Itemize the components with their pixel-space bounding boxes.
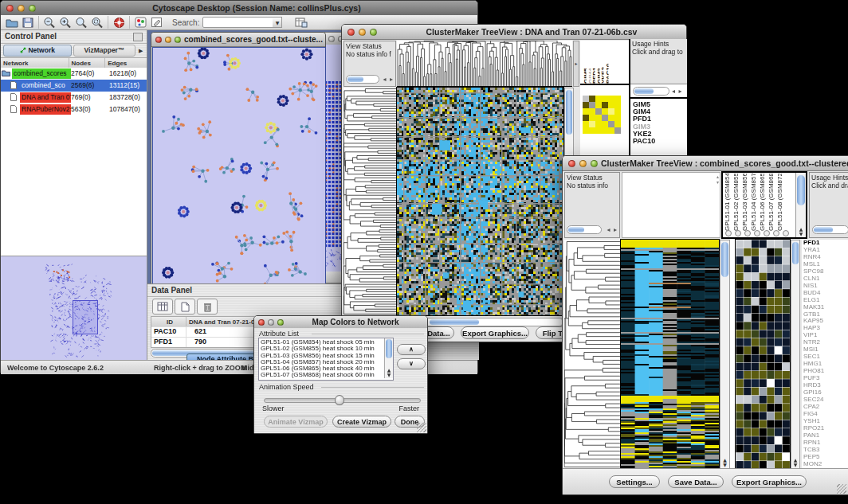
network-row[interactable]: DNA and Tran 07769(0)183728(0) — [1, 92, 147, 104]
tv2-hints-scrollbar[interactable] — [812, 225, 848, 234]
zoom-window-icon[interactable] — [591, 160, 598, 167]
array-label: GPL51-06 (GSM865) — [759, 174, 768, 231]
tv1-hints-scroll-arrows[interactable]: ◂ ▸ — [672, 88, 683, 95]
main-titlebar[interactable]: Cytoscape Desktop (Session Name: collins… — [1, 1, 477, 16]
tv1-column-dendrogram[interactable] — [397, 41, 572, 87]
tv2-labels-vscrollbar[interactable]: ▲▼ — [795, 173, 806, 237]
column-header-nodes[interactable]: Nodes — [69, 58, 106, 68]
search-input[interactable] — [202, 17, 276, 28]
column-header-network[interactable]: Network — [1, 58, 69, 68]
tv2-zoom-heatmap[interactable] — [736, 240, 790, 469]
close-icon[interactable] — [258, 319, 265, 326]
resize-grip[interactable] — [417, 423, 426, 432]
attribute-listbox[interactable]: GPL51-01 (GSM854) heat shock 05 minGPL51… — [258, 338, 394, 381]
tv1-row-dendrogram[interactable] — [344, 88, 396, 315]
move-down-button[interactable]: ∨ — [397, 358, 426, 369]
tv2-status-scroll-arrows[interactable]: ◂ ▸ — [607, 226, 618, 233]
tv1-hints-scrollbar[interactable] — [633, 87, 669, 96]
network-row[interactable]: RNAPuberNov2+563(0)107847(0) — [1, 104, 147, 115]
dialog-titlebar[interactable]: Map Colors to Network — [254, 316, 427, 329]
zoom-window-icon[interactable] — [370, 29, 377, 36]
create-vizmapbutton[interactable]: Create Vizmap — [332, 416, 391, 428]
annotation-icon[interactable] — [148, 15, 164, 29]
save-icon[interactable] — [20, 15, 36, 29]
mini-heatmap-cell — [595, 96, 602, 102]
tv1-mini-heatmap[interactable] — [583, 96, 621, 134]
zoom-in-icon[interactable] — [57, 15, 73, 29]
close-icon[interactable] — [568, 160, 575, 167]
tv2-zoom-vscrollbar[interactable]: ▲▼ — [791, 240, 800, 469]
minimize-icon[interactable] — [18, 5, 25, 12]
tab-vizmapper[interactable]: VizMapper™ — [73, 45, 135, 57]
attribute-list-vscrollbar[interactable]: ▲▼ — [384, 338, 393, 378]
vizmapper-icon[interactable] — [132, 15, 148, 29]
dialog-title: Map Colors to Network — [284, 318, 427, 326]
help-icon[interactable] — [111, 15, 127, 29]
array-label: YKE2 — [599, 41, 604, 84]
tab-overflow-icon[interactable]: ▶ — [139, 48, 143, 54]
mini-heatmap-cell — [589, 121, 595, 127]
slider-thumb[interactable] — [335, 395, 344, 405]
minimize-icon[interactable] — [268, 319, 274, 326]
column-marker-dot — [735, 230, 741, 236]
new-attribute-icon[interactable] — [175, 299, 195, 315]
attr-value: 621 — [186, 327, 206, 337]
minimize-icon[interactable] — [165, 37, 171, 43]
tv1-status-scrollbar[interactable] — [346, 75, 379, 84]
network-name: combined_sco — [20, 80, 71, 91]
minimize-icon[interactable] — [359, 29, 366, 36]
tv2-status-scrollbar[interactable] — [567, 225, 602, 234]
tv1-heatmap[interactable] — [397, 88, 563, 315]
control-panel: Control Panel Network VizMapper™ ▶ Netwo… — [1, 30, 147, 360]
mini-heatmap-cell — [602, 96, 608, 102]
animation-speed-slider[interactable] — [264, 398, 421, 403]
network-row[interactable]: combined_sco2569(6)13112(15) — [1, 80, 147, 92]
close-icon[interactable] — [155, 37, 162, 43]
settings-button[interactable]: Settings... — [609, 475, 660, 488]
treeview1-titlebar[interactable]: ClusterMaker TreeView : DNA and Tran 07-… — [342, 25, 686, 40]
mini-heatmap-cell — [589, 102, 595, 108]
tv2-row-dendrogram[interactable] — [564, 240, 621, 469]
delete-attribute-icon[interactable] — [197, 299, 218, 315]
animate-vizmapbutton[interactable]: Animate Vizmap — [264, 416, 328, 428]
export-graphics-button[interactable]: Export Graphics... — [461, 326, 529, 339]
network-row[interactable]: combined_scores2764(0)16218(0) — [1, 68, 147, 80]
column-header-edges[interactable]: Edges — [105, 58, 147, 68]
tab-network[interactable]: Network — [3, 45, 72, 57]
tv2-array-labels-panel: GPL51-01 (GSM854)GPL51-02 (GSM855)GPL51-… — [721, 171, 807, 239]
tv2-heatmap-vscrollbar[interactable]: ▲▼ — [720, 240, 730, 469]
resize-grip[interactable] — [837, 484, 846, 494]
minimize-icon[interactable] — [579, 160, 587, 167]
main-window-title: Cytoscape Desktop (Session Name: collins… — [36, 3, 477, 13]
tv2-heatmap[interactable] — [621, 240, 719, 469]
column-marker-dot — [744, 230, 751, 236]
attribute-list-item[interactable]: GPL51-07 (GSM868) heat shock 60 min — [259, 372, 393, 378]
attribute-list-label: Attribute List — [259, 330, 299, 338]
import-table-icon[interactable] — [293, 15, 309, 29]
open-file-icon[interactable] — [4, 15, 20, 29]
zoom-out-icon[interactable] — [41, 15, 57, 29]
network-overview[interactable] — [1, 256, 147, 360]
zoom-selected-icon[interactable] — [89, 15, 105, 29]
array-label: GPL51-02 (GSM855) — [732, 174, 741, 231]
zoom-window-icon[interactable] — [175, 37, 181, 43]
network-canvas-1[interactable] — [152, 47, 326, 283]
close-icon[interactable] — [347, 29, 355, 36]
tv1-coltree-arrow[interactable]: ▸ — [573, 41, 579, 87]
tv1-status-scroll-arrows[interactable]: ◂ ▸ — [383, 76, 394, 83]
close-icon[interactable] — [6, 5, 14, 12]
mini-heatmap-cell — [589, 96, 595, 102]
move-up-button[interactable]: ∧ — [397, 344, 426, 355]
select-columns-icon[interactable] — [152, 299, 173, 315]
treeview2-titlebar[interactable]: ClusterMaker TreeView : combined_scores_… — [563, 156, 848, 171]
search-dropdown-icon[interactable]: ▼ — [273, 17, 282, 28]
zoom-window-icon[interactable] — [277, 319, 284, 326]
save-data-button[interactable]: Save Data... — [668, 475, 724, 488]
zoom-fit-icon[interactable] — [73, 15, 89, 29]
minimize-icon[interactable] — [328, 36, 335, 42]
zoom-window-icon[interactable] — [29, 5, 36, 12]
float-panel-icon[interactable] — [133, 33, 143, 41]
array-label: PAC10 — [604, 41, 609, 84]
attr-header-id[interactable]: ID — [151, 317, 186, 326]
export-graphics-button[interactable]: Export Graphics... — [732, 475, 807, 488]
